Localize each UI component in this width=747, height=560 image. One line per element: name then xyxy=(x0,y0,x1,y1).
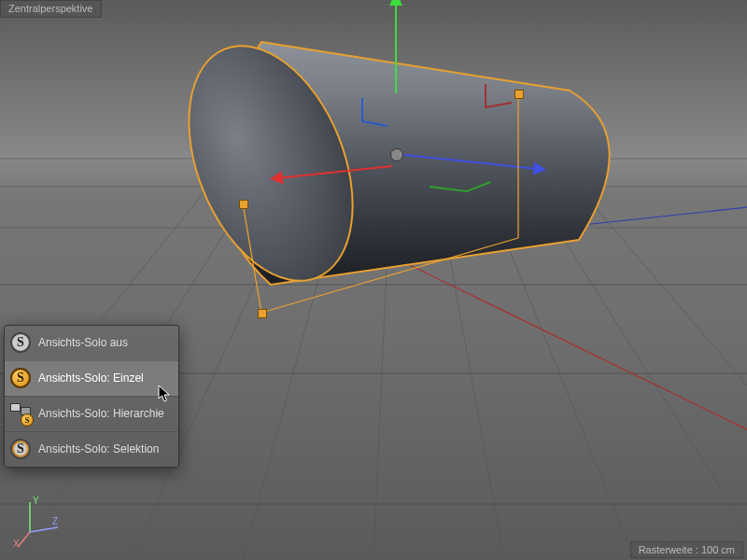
context-menu: S Ansichts-Solo aus S Ansichts-Solo: Ein… xyxy=(4,325,179,468)
axis-x-label: X xyxy=(13,539,20,549)
mini-axis-indicator: Y X Z xyxy=(13,493,69,549)
svg-line-23 xyxy=(30,527,58,532)
menu-item-label: Ansichts-Solo aus xyxy=(38,336,128,349)
menu-item-label: Ansichts-Solo: Hierarchie xyxy=(38,407,164,420)
axis-z-label: Z xyxy=(52,516,58,526)
menu-item-solo-off[interactable]: S Ansichts-Solo aus xyxy=(5,326,178,360)
grid-size-label: Rasterweite : 100 cm xyxy=(630,541,743,558)
menu-item-label: Ansichts-Solo: Einzel xyxy=(38,371,144,385)
svg-line-20 xyxy=(243,203,261,313)
param-handle[interactable] xyxy=(239,200,248,209)
axis-y-label: Y xyxy=(33,496,39,506)
solo-off-icon: S xyxy=(10,332,31,353)
solo-hierarchy-icon: S xyxy=(10,403,31,424)
param-handle[interactable] xyxy=(258,309,267,318)
menu-item-solo-selection[interactable]: S Ansichts-Solo: Selektion xyxy=(5,431,178,467)
svg-line-22 xyxy=(18,532,30,547)
viewport-3d[interactable]: Zentralperspektive S Ansichts-Solo aus S… xyxy=(0,0,747,560)
menu-item-solo-single[interactable]: S Ansichts-Solo: Einzel xyxy=(5,360,178,396)
svg-line-19 xyxy=(261,238,518,313)
menu-item-solo-hierarchy[interactable]: S Ansichts-Solo: Hierarchie xyxy=(5,396,178,431)
param-handle[interactable] xyxy=(514,90,524,99)
parametric-handles[interactable] xyxy=(0,0,747,560)
solo-selection-icon: S xyxy=(10,439,31,459)
solo-single-icon: S xyxy=(10,368,31,388)
menu-item-label: Ansichts-Solo: Selektion xyxy=(38,442,159,455)
view-label: Zentralperspektive xyxy=(0,0,102,18)
